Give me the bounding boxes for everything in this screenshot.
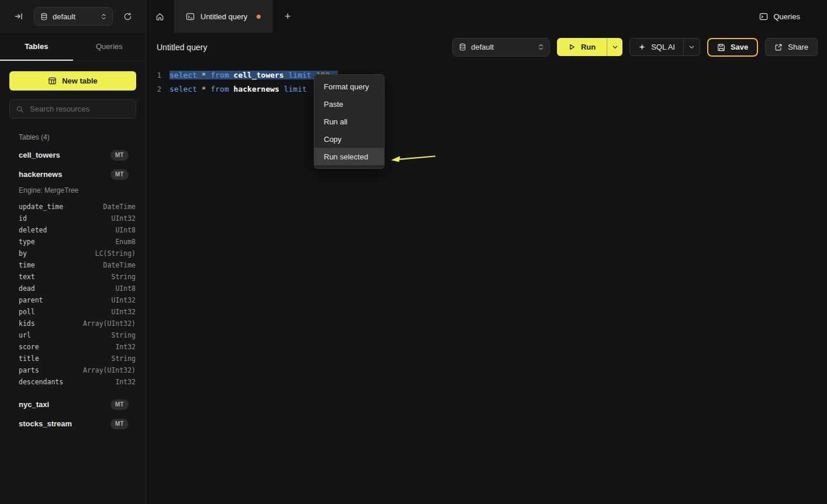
main-area: Untitled query default Run [146, 33, 827, 504]
column-row[interactable]: timeDateTime [0, 259, 146, 271]
column-row[interactable]: pollUInt32 [0, 306, 146, 318]
query-header: Untitled query default Run [146, 33, 827, 61]
column-name: poll [19, 308, 35, 316]
column-type: LC(String) [95, 249, 136, 258]
table-row-nyc-taxi[interactable]: nyc_taxi MT [0, 395, 146, 414]
column-type: Array(UInt32) [83, 366, 136, 374]
sql-editor[interactable]: 1select * from cell_towers limit 1002sel… [146, 61, 827, 96]
updown-chevrons-icon [538, 43, 544, 51]
query-database-selector[interactable]: default [452, 38, 550, 57]
run-button-group: Run [557, 38, 622, 56]
unsaved-dot [257, 15, 261, 19]
column-type: UInt32 [111, 214, 136, 223]
table-row-cell-towers[interactable]: cell_towers MT [0, 145, 146, 165]
column-type: DateTime [103, 203, 136, 211]
save-button[interactable]: Save [707, 38, 758, 57]
column-name: time [19, 261, 35, 269]
column-type: String [111, 331, 136, 339]
engine-badge: MT [110, 150, 129, 161]
collapse-sidebar-icon[interactable] [12, 9, 26, 23]
run-button-label: Run [581, 43, 596, 51]
context-menu: Format queryPasteRun allCopyRun selected [314, 74, 385, 169]
column-row[interactable]: byLC(String) [0, 248, 146, 259]
sql-ai-button-group: SQL AI [629, 38, 700, 56]
table-row-stocks-stream[interactable]: stocks_stream MT [0, 414, 146, 433]
column-row[interactable]: kidsArray(UInt32) [0, 318, 146, 329]
column-name: type [19, 238, 35, 246]
column-row[interactable]: urlString [0, 329, 146, 341]
sql-ai-button[interactable]: SQL AI [630, 39, 683, 55]
share-button-label: Share [788, 43, 808, 51]
database-selector[interactable]: default [34, 7, 113, 26]
column-name: update_time [19, 203, 63, 211]
table-name: stocks_stream [19, 419, 72, 428]
query-database-value: default [471, 43, 534, 51]
column-type: Int32 [115, 343, 136, 351]
new-table-button[interactable]: New table [9, 71, 136, 91]
chevron-down-icon [688, 44, 695, 50]
share-icon [774, 43, 783, 51]
column-row[interactable]: typeEnum8 [0, 236, 146, 248]
sidebar-tab-tables[interactable]: Tables [0, 33, 73, 61]
column-row[interactable]: update_timeDateTime [0, 201, 146, 213]
code-line-text[interactable]: select * from hackernews limit [169, 85, 307, 93]
menu-item-run-selected[interactable]: Run selected [314, 148, 384, 165]
new-tab-button[interactable]: + [273, 0, 302, 33]
menu-item-run-all[interactable]: Run all [314, 113, 384, 130]
column-row[interactable]: partsArray(UInt32) [0, 364, 146, 376]
column-name: parts [19, 366, 39, 374]
chevron-down-icon [612, 44, 618, 50]
column-row[interactable]: textString [0, 271, 146, 283]
column-row[interactable]: parentUInt32 [0, 294, 146, 306]
topbar: default Untitled query + Queries [0, 0, 827, 33]
tab-untitled-query[interactable]: Untitled query [174, 0, 273, 33]
sidebar-tab-queries[interactable]: Queries [73, 33, 146, 61]
table-name: hackernews [19, 170, 62, 179]
database-icon [459, 43, 466, 51]
share-button[interactable]: Share [765, 38, 818, 56]
menu-item-paste[interactable]: Paste [314, 95, 384, 113]
menu-item-copy[interactable]: Copy [314, 130, 384, 148]
sql-ai-label: SQL AI [651, 43, 675, 51]
run-button[interactable]: Run [557, 38, 607, 56]
column-type: Array(UInt32) [83, 319, 136, 328]
home-button[interactable] [146, 0, 174, 33]
tab-strip: Untitled query + Queries [146, 0, 827, 33]
run-options-caret[interactable] [607, 38, 622, 56]
search-icon [16, 105, 24, 113]
code-lines: 1select * from cell_towers limit 1002sel… [146, 68, 827, 96]
column-name: id [19, 214, 27, 223]
search-input[interactable] [29, 104, 130, 114]
line-number: 2 [153, 85, 161, 93]
menu-item-format-query[interactable]: Format query [314, 78, 384, 95]
column-row[interactable]: idUInt32 [0, 213, 146, 224]
queries-button[interactable]: Queries [756, 12, 804, 22]
new-table-label: New table [62, 77, 98, 85]
database-icon [40, 13, 48, 20]
column-row[interactable]: titleString [0, 353, 146, 364]
engine-badge: MT [110, 169, 129, 180]
table-row-hackernews[interactable]: hackernews MT [0, 165, 146, 184]
column-type: UInt32 [111, 308, 136, 316]
code-line-text[interactable]: select * from cell_towers limit 100 [169, 71, 338, 79]
column-row[interactable]: deletedUInt8 [0, 224, 146, 236]
refresh-icon[interactable] [121, 10, 134, 23]
queries-button-label: Queries [773, 12, 800, 21]
table-name: nyc_taxi [19, 400, 49, 409]
topbar-left: default [0, 0, 146, 33]
column-row[interactable]: scoreInt32 [0, 341, 146, 353]
play-icon [568, 43, 576, 51]
column-type: UInt8 [115, 226, 136, 234]
queries-icon [759, 12, 768, 21]
column-name: dead [19, 284, 35, 293]
column-row[interactable]: descendantsInt32 [0, 376, 146, 388]
column-type: String [111, 273, 136, 281]
sql-ai-caret[interactable] [683, 39, 700, 55]
code-line: 2select * from hackernews limit [146, 82, 827, 96]
engine-label: Engine: MergeTree [0, 185, 146, 196]
query-title: Untitled query [157, 43, 207, 52]
sidebar: Tables Queries New table Tables (4) cell… [0, 33, 146, 504]
column-row[interactable]: deadUInt8 [0, 283, 146, 294]
column-type: String [111, 354, 136, 363]
database-selector-value: default [53, 12, 96, 21]
